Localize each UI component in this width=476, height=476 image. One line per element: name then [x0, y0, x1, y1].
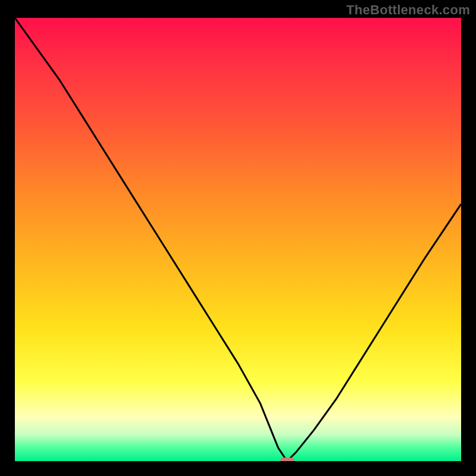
watermark-text: TheBottleneck.com: [346, 2, 470, 18]
plot-area: [15, 18, 461, 461]
chart-frame: TheBottleneck.com: [0, 0, 476, 476]
optimal-point-marker: [280, 458, 295, 461]
bottleneck-curve: [15, 18, 461, 461]
